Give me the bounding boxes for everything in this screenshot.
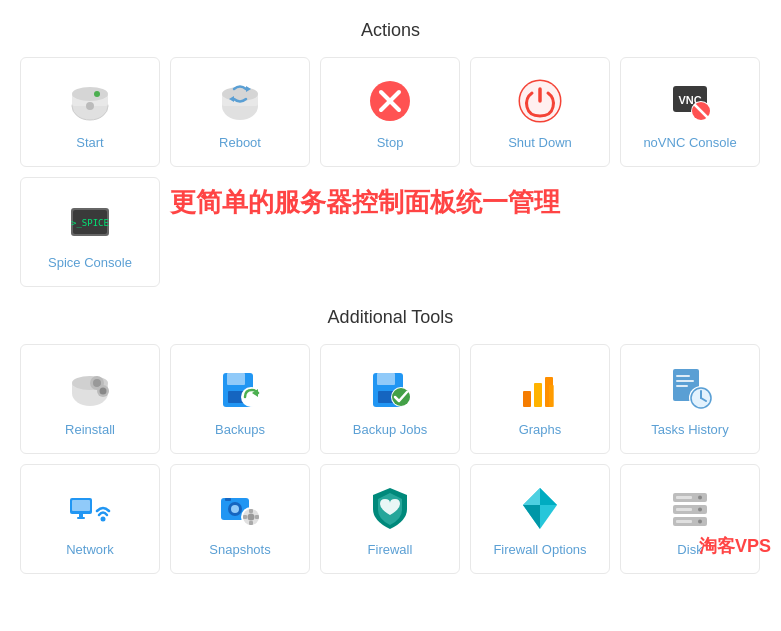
novnc-icon: VNC bbox=[664, 75, 716, 127]
svg-point-79 bbox=[698, 519, 702, 523]
svg-point-8 bbox=[222, 87, 258, 101]
network-icon bbox=[64, 482, 116, 534]
network-card[interactable]: Network bbox=[20, 464, 160, 574]
backups-icon bbox=[214, 362, 266, 414]
taskshistory-card[interactable]: Tasks History bbox=[620, 344, 760, 454]
backupjobs-card[interactable]: Backup Jobs bbox=[320, 344, 460, 454]
svg-rect-55 bbox=[72, 500, 90, 511]
tools-grid: Reinstall Backups bbox=[20, 344, 761, 454]
backups-label: Backups bbox=[215, 422, 265, 437]
svg-point-65 bbox=[248, 513, 255, 520]
snapshots-icon bbox=[214, 482, 266, 534]
graphs-card[interactable]: Graphs bbox=[470, 344, 610, 454]
stop-icon bbox=[364, 75, 416, 127]
svg-rect-56 bbox=[79, 514, 83, 517]
svg-marker-72 bbox=[523, 505, 540, 529]
backups-card[interactable]: Backups bbox=[170, 344, 310, 454]
svg-point-5 bbox=[86, 102, 94, 110]
svg-point-28 bbox=[93, 379, 101, 387]
novnc-card[interactable]: VNC noVNC Console bbox=[620, 57, 760, 167]
actions-section: Actions Start bbox=[20, 20, 761, 287]
reinstall-card[interactable]: Reinstall bbox=[20, 344, 160, 454]
reboot-card[interactable]: Reboot bbox=[170, 57, 310, 167]
svg-rect-48 bbox=[676, 385, 688, 387]
stop-label: Stop bbox=[377, 135, 404, 150]
actions-title: Actions bbox=[20, 20, 761, 41]
firewall-icon bbox=[364, 482, 416, 534]
taskshistory-icon bbox=[664, 362, 716, 414]
network-label: Network bbox=[66, 542, 114, 557]
graphs-icon bbox=[514, 362, 566, 414]
svg-rect-67 bbox=[249, 521, 253, 525]
firewalloptions-label: Firewall Options bbox=[493, 542, 586, 557]
start-label: Start bbox=[76, 135, 103, 150]
taskshistory-label: Tasks History bbox=[651, 422, 728, 437]
svg-rect-57 bbox=[77, 517, 85, 519]
svg-point-61 bbox=[231, 505, 239, 513]
stop-card[interactable]: Stop bbox=[320, 57, 460, 167]
novnc-label: noVNC Console bbox=[643, 135, 736, 150]
firewalloptions-icon bbox=[514, 482, 566, 534]
spice-label: Spice Console bbox=[48, 255, 132, 270]
svg-rect-68 bbox=[243, 515, 247, 519]
svg-rect-62 bbox=[225, 498, 231, 501]
backupjobs-label: Backup Jobs bbox=[353, 422, 427, 437]
svg-point-3 bbox=[72, 87, 108, 101]
start-icon bbox=[64, 75, 116, 127]
firewall-card[interactable]: Firewall bbox=[320, 464, 460, 574]
svg-rect-41 bbox=[523, 391, 531, 407]
reboot-icon bbox=[214, 75, 266, 127]
tools-row2: Network bbox=[20, 464, 761, 574]
svg-point-30 bbox=[100, 387, 107, 394]
svg-rect-66 bbox=[249, 509, 253, 513]
svg-rect-80 bbox=[676, 496, 692, 499]
snapshots-card[interactable]: Snapshots bbox=[170, 464, 310, 574]
actions-grid: Start Reboot bbox=[20, 57, 761, 167]
svg-rect-82 bbox=[676, 520, 692, 523]
reinstall-label: Reinstall bbox=[65, 422, 115, 437]
graphs-label: Graphs bbox=[519, 422, 562, 437]
svg-marker-71 bbox=[540, 488, 557, 505]
tools-title: Additional Tools bbox=[20, 307, 761, 328]
actions-row2: >_SPICE Spice Console bbox=[20, 177, 761, 287]
shutdown-label: Shut Down bbox=[508, 135, 572, 150]
svg-point-78 bbox=[698, 507, 702, 511]
svg-rect-69 bbox=[255, 515, 259, 519]
shutdown-icon bbox=[514, 75, 566, 127]
reboot-label: Reboot bbox=[219, 135, 261, 150]
svg-rect-47 bbox=[676, 380, 694, 382]
firewalloptions-card[interactable]: Firewall Options bbox=[470, 464, 610, 574]
shutdown-card[interactable]: Shut Down bbox=[470, 57, 610, 167]
svg-rect-42 bbox=[534, 383, 542, 407]
disk-card[interactable]: Disk bbox=[620, 464, 760, 574]
start-card[interactable]: Start bbox=[20, 57, 160, 167]
snapshots-label: Snapshots bbox=[209, 542, 270, 557]
disk-label: Disk bbox=[677, 542, 702, 557]
firewall-label: Firewall bbox=[368, 542, 413, 557]
svg-point-77 bbox=[698, 495, 702, 499]
svg-point-58 bbox=[101, 516, 106, 521]
svg-rect-44 bbox=[549, 385, 554, 407]
tools-section: Additional Tools Reinstall bbox=[20, 307, 761, 574]
svg-marker-73 bbox=[523, 488, 540, 505]
svg-point-4 bbox=[94, 91, 100, 97]
reinstall-icon bbox=[64, 362, 116, 414]
spice-icon: >_SPICE bbox=[64, 195, 116, 247]
backupjobs-icon bbox=[364, 362, 416, 414]
svg-rect-81 bbox=[676, 508, 692, 511]
svg-text:>_SPICE: >_SPICE bbox=[71, 218, 109, 228]
svg-rect-37 bbox=[377, 373, 395, 385]
svg-rect-46 bbox=[676, 375, 690, 377]
spice-card[interactable]: >_SPICE Spice Console bbox=[20, 177, 160, 287]
disk-icon bbox=[664, 482, 716, 534]
svg-rect-32 bbox=[227, 373, 245, 385]
